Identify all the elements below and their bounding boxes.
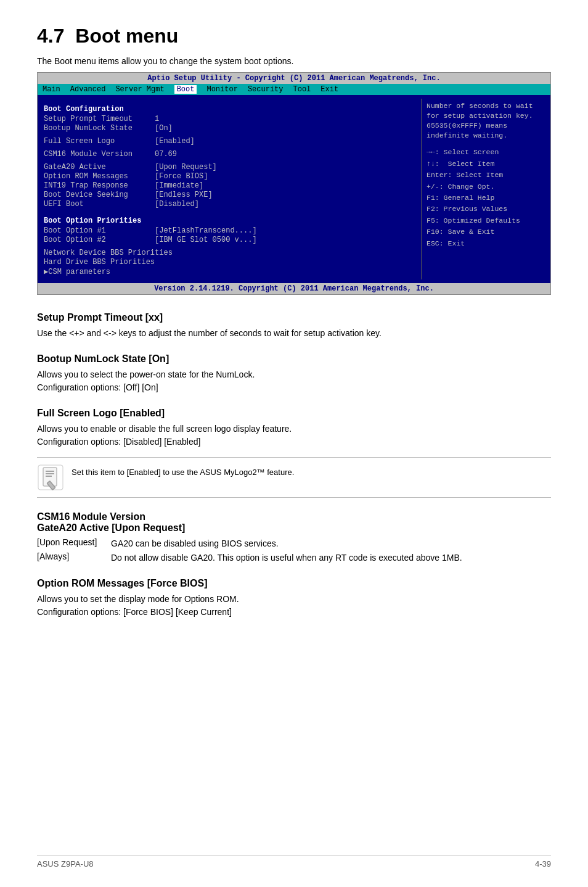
bios-value-csm16: 07.69 (155, 150, 177, 159)
menu-server-mgmt[interactable]: Server Mgmt (115, 85, 164, 94)
bios-help-text: Number of seconds to wait for setup acti… (427, 101, 545, 141)
bios-value-uefi-boot: [Disabled] (155, 200, 199, 208)
menu-monitor[interactable]: Monitor (206, 85, 237, 94)
bios-screen: Aptio Setup Utility - Copyright (C) 2011… (37, 72, 551, 295)
menu-security[interactable]: Security (248, 85, 284, 94)
menu-exit[interactable]: Exit (321, 85, 338, 94)
bios-nav-help: →←: Select Screen ↑↓: Select Item Enter:… (427, 147, 545, 249)
bios-value-gatea20: [Upon Request] (155, 163, 217, 171)
bios-label-harddrive-bbs: Hard Drive BBS Priorities (44, 258, 155, 266)
note-box-mylogo: Set this item to [Enabled] to use the AS… (37, 457, 551, 498)
bios-label-option-rom: Option ROM Messages (44, 172, 155, 181)
bios-label-uefi-boot: UEFI Boot (44, 200, 155, 208)
bios-label-csm16: CSM16 Module Version (44, 150, 155, 159)
intro-paragraph: The Boot menu items allow you to change … (37, 56, 551, 66)
menu-advanced[interactable]: Advanced (70, 85, 106, 94)
menu-boot[interactable]: Boot (174, 85, 197, 94)
bios-item-boot-opt1[interactable]: Boot Option #1 [JetFlashTranscend....] (44, 226, 415, 235)
footer-page: 4-39 (535, 859, 551, 868)
footer-model: ASUS Z9PA-U8 (37, 859, 94, 868)
bios-item-network-bbs[interactable]: Network Device BBS Priorities (44, 249, 415, 257)
bios-item-setup-prompt[interactable]: Setup Prompt Timeout 1 (44, 115, 415, 123)
def-row-always: [Always] Do not allow disable GA20. This… (37, 551, 551, 564)
bios-item-csm-params[interactable]: ▶CSM parameters (44, 267, 415, 276)
bios-value-boot-device: [Endless PXE] (155, 191, 213, 199)
bios-value-boot-opt1: [JetFlashTranscend....] (155, 226, 257, 235)
bios-value-int19: [Immediate] (155, 181, 203, 190)
bios-item-boot-opt2[interactable]: Boot Option #2 [IBM GE Slot 0500 v...] (44, 236, 415, 244)
bios-value-boot-opt2: [IBM GE Slot 0500 v...] (155, 236, 257, 244)
bios-item-fullscreen-logo[interactable]: Full Screen Logo [Enabled] (44, 137, 415, 146)
bios-right-panel: Number of seconds to wait for setup acti… (421, 99, 550, 279)
page-footer: ASUS Z9PA-U8 4-39 (37, 855, 551, 868)
bios-label-setup-prompt: Setup Prompt Timeout (44, 115, 155, 123)
bios-label-gatea20: GateA20 Active (44, 163, 155, 171)
bios-label-csm-params: ▶CSM parameters (44, 267, 155, 276)
bios-section-boot-priorities: Boot Option Priorities (44, 217, 415, 225)
bios-title-bar: Aptio Setup Utility - Copyright (C) 2011… (38, 73, 550, 84)
bios-content: Boot Configuration Setup Prompt Timeout … (38, 95, 550, 283)
heading-bootup-numlock: Bootup NumLock State [On] (37, 353, 551, 365)
bios-footer: Version 2.14.1219. Copyright (C) 2011 Am… (38, 283, 550, 294)
def-row-upon-request: [Upon Request] GA20 can be disabled usin… (37, 537, 551, 550)
heading-csm16-gatea20: CSM16 Module VersionGateA20 Active [Upon… (37, 511, 551, 534)
heading-setup-prompt-timeout: Setup Prompt Timeout [xx] (37, 312, 551, 323)
heading-full-screen-logo: Full Screen Logo [Enabled] (37, 408, 551, 419)
heading-option-rom: Option ROM Messages [Force BIOS] (37, 578, 551, 589)
body-bootup-numlock: Allows you to select the power-on state … (37, 368, 551, 394)
note-icon (37, 464, 64, 491)
def-desc-always: Do not allow disable GA20. This option i… (111, 551, 551, 564)
bios-label-boot-device: Boot Device Seeking (44, 191, 155, 199)
bios-item-int19[interactable]: INT19 Trap Response [Immediate] (44, 181, 415, 190)
bios-item-numlock[interactable]: Bootup NumLock State [On] (44, 124, 415, 133)
bios-label-fullscreen-logo: Full Screen Logo (44, 137, 155, 146)
bios-label-boot-opt2: Boot Option #2 (44, 236, 155, 244)
bios-item-uefi-boot[interactable]: UEFI Boot [Disabled] (44, 200, 415, 208)
title-text: Boot menu (75, 25, 178, 47)
body-setup-prompt-timeout: Use the <+> and <-> keys to adjust the n… (37, 327, 551, 340)
bios-item-csm16: CSM16 Module Version 07.69 (44, 150, 415, 159)
def-term-upon-request: [Upon Request] (37, 537, 111, 550)
bios-value-setup-prompt: 1 (155, 115, 159, 123)
def-desc-upon-request: GA20 can be disabled using BIOS services… (111, 537, 551, 550)
menu-tool[interactable]: Tool (293, 85, 311, 94)
bios-label-boot-opt1: Boot Option #1 (44, 226, 155, 235)
bios-value-option-rom: [Force BIOS] (155, 172, 208, 181)
bios-item-gatea20[interactable]: GateA20 Active [Upon Request] (44, 163, 415, 171)
bios-item-option-rom[interactable]: Option ROM Messages [Force BIOS] (44, 172, 415, 181)
definition-table-gatea20: [Upon Request] GA20 can be disabled usin… (37, 537, 551, 564)
bios-section-boot-config: Boot Configuration (44, 105, 415, 113)
def-term-always: [Always] (37, 551, 111, 564)
page-title: 4.7 Boot menu (37, 25, 551, 47)
bios-item-boot-device[interactable]: Boot Device Seeking [Endless PXE] (44, 191, 415, 199)
bios-item-harddrive-bbs[interactable]: Hard Drive BBS Priorities (44, 258, 415, 266)
note-text-mylogo: Set this item to [Enabled] to use the AS… (71, 464, 294, 479)
bios-menu-bar: Main Advanced Server Mgmt Boot Monitor S… (38, 84, 550, 95)
body-option-rom: Allows you to set the display mode for O… (37, 593, 551, 619)
bios-value-fullscreen-logo: [Enabled] (155, 137, 195, 146)
chapter-number: 4.7 (37, 25, 64, 47)
bios-label-numlock: Bootup NumLock State (44, 124, 155, 133)
bios-left-panel: Boot Configuration Setup Prompt Timeout … (38, 99, 421, 279)
bios-label-int19: INT19 Trap Response (44, 181, 155, 190)
bios-label-network-bbs: Network Device BBS Priorities (44, 249, 173, 257)
body-full-screen-logo: Allows you to enable or disable the full… (37, 423, 551, 448)
bios-value-numlock: [On] (155, 124, 173, 133)
menu-main[interactable]: Main (43, 85, 60, 94)
